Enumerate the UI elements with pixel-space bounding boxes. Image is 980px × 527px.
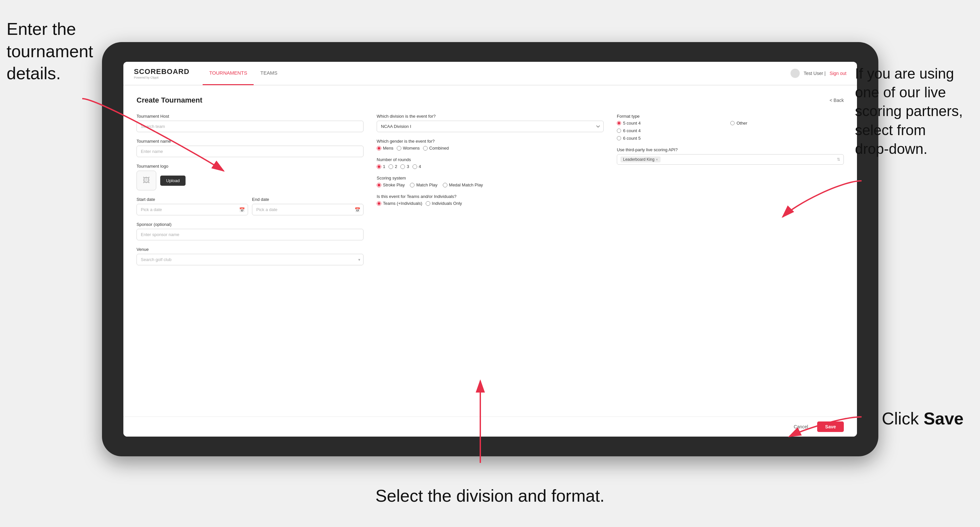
sign-out-link[interactable]: Sign out xyxy=(830,71,846,76)
format-options-row: 5 count 4 6 count 4 6 count 5 xyxy=(617,121,844,141)
live-scoring-select[interactable]: Leaderboard King × ⇅ xyxy=(617,154,844,165)
annotation-division-text: Select the division and format. xyxy=(375,486,605,505)
annotation-division: Select the division and format. xyxy=(375,485,605,507)
sponsor-label: Sponsor (optional) xyxy=(137,222,364,227)
nav-tabs: TOURNAMENTS TEAMS xyxy=(203,62,791,85)
rounds-label: Number of rounds xyxy=(377,157,604,162)
rounds-3-label: 3 xyxy=(407,164,409,169)
individuals-radio[interactable] xyxy=(426,201,430,206)
format-other-radio[interactable] xyxy=(730,121,735,125)
gender-radio-group: Mens Womens Combined xyxy=(377,146,604,151)
annotation-live-text: If you are usingone of our livescoring p… xyxy=(855,65,963,157)
nav-bar: SCOREBOARD Powered by Clippit TOURNAMENT… xyxy=(123,62,857,86)
scoring-group: Scoring system Stroke Play Match Play xyxy=(377,176,604,187)
rounds-4[interactable]: 4 xyxy=(412,164,421,169)
format-6count5-radio[interactable] xyxy=(617,136,621,140)
sponsor-group: Sponsor (optional) xyxy=(137,222,364,240)
format-6count5[interactable]: 6 count 5 xyxy=(617,136,730,141)
format-6count4[interactable]: 6 count 4 xyxy=(617,128,730,133)
rounds-2[interactable]: 2 xyxy=(388,164,397,169)
back-link[interactable]: < Back xyxy=(830,98,844,103)
scoring-stroke-label: Stroke Play xyxy=(383,183,405,187)
nav-tab-teams[interactable]: TEAMS xyxy=(254,62,284,85)
scoring-stroke-play[interactable]: Stroke Play xyxy=(377,183,405,187)
tablet-screen: SCOREBOARD Powered by Clippit TOURNAMENT… xyxy=(123,62,857,437)
gender-womens[interactable]: Womens xyxy=(397,146,420,151)
rounds-2-label: 2 xyxy=(395,164,397,169)
live-scoring-arrows-icon: ⇅ xyxy=(837,157,840,162)
live-scoring-value: Leaderboard King xyxy=(623,157,654,162)
format-6count5-label: 6 count 5 xyxy=(623,136,641,141)
middle-column: Which division is the event for? NCAA Di… xyxy=(377,114,604,265)
rounds-1-radio[interactable] xyxy=(377,164,381,169)
scoring-label: Scoring system xyxy=(377,176,604,181)
teams-label: Is this event for Teams and/or Individua… xyxy=(377,194,604,199)
live-tag-remove[interactable]: × xyxy=(655,157,658,162)
rounds-1-label: 1 xyxy=(383,164,385,169)
end-date-wrap: 📅 xyxy=(252,204,364,215)
sponsor-input[interactable] xyxy=(137,229,364,240)
rounds-4-label: 4 xyxy=(419,164,421,169)
start-date-wrap: 📅 xyxy=(137,204,248,215)
arrow-live-scoring xyxy=(776,178,868,224)
arrow-save xyxy=(783,410,868,443)
arrow-division xyxy=(477,378,484,463)
scoring-match-radio[interactable] xyxy=(410,183,415,187)
user-name: Test User | xyxy=(804,71,826,76)
gender-combined-radio[interactable] xyxy=(423,146,428,151)
end-date-input[interactable] xyxy=(252,204,364,215)
format-other-label: Other xyxy=(737,121,748,125)
scoring-radio-group: Stroke Play Match Play Medal Match Play xyxy=(377,183,604,187)
individuals-label: Individuals Only xyxy=(432,201,462,206)
format-6count4-radio[interactable] xyxy=(617,129,621,133)
start-date-label: Start date xyxy=(137,197,248,202)
individuals-only[interactable]: Individuals Only xyxy=(426,201,462,206)
format-group: Format type 5 count 4 6 count xyxy=(617,114,844,141)
gender-combined[interactable]: Combined xyxy=(423,146,449,151)
end-date-group: End date 📅 xyxy=(252,197,364,215)
format-label: Format type xyxy=(617,114,844,119)
gender-combined-label: Combined xyxy=(429,146,449,151)
format-other[interactable]: Other xyxy=(730,121,844,125)
gender-label: Which gender is the event for? xyxy=(377,139,604,144)
form-columns: Tournament Host Tournament name Tourname… xyxy=(137,114,844,265)
date-row: Start date 📅 End date 📅 xyxy=(137,197,364,215)
format-5count4[interactable]: 5 count 4 xyxy=(617,121,730,125)
start-date-input[interactable] xyxy=(137,204,248,215)
scoring-stroke-radio[interactable] xyxy=(377,183,381,187)
venue-input[interactable] xyxy=(137,254,364,265)
division-group: Which division is the event for? NCAA Di… xyxy=(377,114,604,132)
venue-group: Venue ▾ xyxy=(137,247,364,265)
format-5count4-radio[interactable] xyxy=(617,121,621,125)
nav-tab-tournaments[interactable]: TOURNAMENTS xyxy=(203,62,254,85)
rounds-4-radio[interactable] xyxy=(412,164,417,169)
end-date-label: End date xyxy=(252,197,364,202)
teams-radio[interactable] xyxy=(377,201,381,206)
format-col-left: 5 count 4 6 count 4 6 count 5 xyxy=(617,121,730,141)
gender-womens-radio[interactable] xyxy=(397,146,401,151)
rounds-3-radio[interactable] xyxy=(400,164,405,169)
annotation-enter-text: Enter thetournamentdetails. xyxy=(6,19,93,83)
division-select[interactable]: NCAA Division I xyxy=(377,121,604,132)
rounds-1[interactable]: 1 xyxy=(377,164,385,169)
venue-select-wrap: ▾ xyxy=(137,254,364,265)
gender-mens[interactable]: Mens xyxy=(377,146,393,151)
start-date-group: Start date 📅 xyxy=(137,197,248,215)
live-scoring-tag: Leaderboard King × xyxy=(620,157,660,162)
scoring-medal-label: Medal Match Play xyxy=(449,183,483,187)
gender-mens-radio[interactable] xyxy=(377,146,381,151)
form-header: Create Tournament < Back xyxy=(137,96,844,105)
teams-radio-group: Teams (+Individuals) Individuals Only xyxy=(377,201,604,206)
scoring-match-label: Match Play xyxy=(416,183,437,187)
rounds-3[interactable]: 3 xyxy=(400,164,409,169)
teams-plus-individuals[interactable]: Teams (+Individuals) xyxy=(377,201,422,206)
scoring-medal-match[interactable]: Medal Match Play xyxy=(443,183,483,187)
scoring-match-play[interactable]: Match Play xyxy=(410,183,437,187)
scoring-medal-radio[interactable] xyxy=(443,183,447,187)
division-label: Which division is the event for? xyxy=(377,114,604,119)
annotation-enter-details: Enter thetournamentdetails. xyxy=(6,18,99,85)
venue-label: Venue xyxy=(137,247,364,252)
rounds-2-radio[interactable] xyxy=(388,164,393,169)
annotation-save-text: Click Save xyxy=(881,409,964,428)
live-scoring-label: Use third-party live scoring API? xyxy=(617,147,844,152)
